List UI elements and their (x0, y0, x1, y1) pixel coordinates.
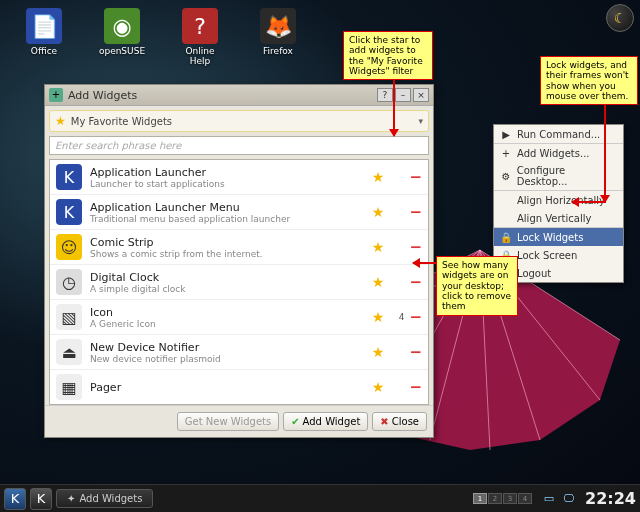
filter-dropdown[interactable]: ★ My Favorite Widgets ▾ (49, 110, 429, 132)
add-widget-button[interactable]: ✔Add Widget (283, 412, 368, 431)
widget-name: Application Launcher Menu (90, 201, 367, 214)
tray-klipper-icon[interactable]: ▭ (542, 492, 556, 506)
widget-icon: ☺ (56, 234, 82, 260)
system-tray: ▭ 🖵 (542, 492, 575, 506)
callout-lock: Lock widgets, and their frames won't sho… (540, 56, 638, 105)
dialog-help-button[interactable]: ? (377, 88, 393, 102)
dialog-icon: + (49, 88, 63, 102)
favorite-star[interactable]: ★ (372, 169, 385, 185)
desktop-clock-widget[interactable]: ☾ (606, 4, 634, 32)
pager[interactable]: 1 2 3 4 (473, 493, 532, 504)
widget-item[interactable]: ▧ Icon A Generic Icon ★ 4 − (50, 300, 428, 335)
remove-button[interactable]: − (409, 238, 422, 256)
menu-item-icon: 🔒 (500, 231, 512, 243)
widget-name: New Device Notifier (90, 341, 367, 354)
widget-item[interactable]: ⏏ New Device Notifier New device notifie… (50, 335, 428, 370)
widget-item[interactable]: ▦ Pager ★ − (50, 370, 428, 404)
chevron-down-icon: ▾ (418, 116, 423, 126)
menu-item-icon (500, 194, 512, 206)
dialog-titlebar[interactable]: + Add Widgets ? – × (45, 85, 433, 106)
widget-desc: Traditional menu based application launc… (90, 214, 367, 224)
context-menu-item[interactable]: 🔒Lock Widgets (494, 227, 623, 246)
taskbar-clock[interactable]: 22:24 (585, 489, 636, 508)
desktop-icon-onlinehelp[interactable]: ?Online Help (176, 8, 224, 66)
desktop-icons: 📄Office ◉openSUSE ?Online Help 🦊Firefox (20, 8, 302, 66)
favorite-star[interactable]: ★ (372, 204, 385, 220)
widget-desc: Launcher to start applications (90, 179, 367, 189)
dialog-close-button[interactable]: × (413, 88, 429, 102)
widget-desc: A simple digital clock (90, 284, 367, 294)
menu-item-icon: ⚙ (500, 170, 512, 182)
widget-desc: A Generic Icon (90, 319, 367, 329)
widget-name: Digital Clock (90, 271, 367, 284)
remove-button[interactable]: − (409, 343, 422, 361)
widget-item[interactable]: K Application Launcher Menu Traditional … (50, 195, 428, 230)
favorite-star[interactable]: ★ (372, 344, 385, 360)
taskbar: K K ✦Add Widgets 1 2 3 4 ▭ 🖵 22:24 (0, 484, 640, 512)
arrow-icon (572, 201, 606, 203)
widget-icon: ⏏ (56, 339, 82, 365)
pager-4[interactable]: 4 (518, 493, 532, 504)
pager-2[interactable]: 2 (488, 493, 502, 504)
widget-item[interactable]: ◷ Digital Clock A simple digital clock ★… (50, 265, 428, 300)
favorite-star[interactable]: ★ (372, 239, 385, 255)
remove-button[interactable]: − (409, 273, 422, 291)
remove-button[interactable]: − (409, 168, 422, 186)
menu-item-icon: + (500, 147, 512, 159)
pager-3[interactable]: 3 (503, 493, 517, 504)
desktop-icon-office[interactable]: 📄Office (20, 8, 68, 66)
callout-count: See how many widgets are on your desktop… (436, 256, 518, 316)
dialog-title: Add Widgets (68, 89, 375, 102)
dialog-buttons: Get New Widgets ✔Add Widget ✖Close (45, 405, 433, 437)
context-menu-item[interactable]: Align Vertically (494, 209, 623, 227)
add-widgets-dialog: + Add Widgets ? – × ★ My Favorite Widget… (44, 84, 434, 438)
desktop-icon-opensuse[interactable]: ◉openSUSE (98, 8, 146, 66)
remove-button[interactable]: − (409, 203, 422, 221)
remove-button[interactable]: − (409, 378, 422, 396)
dialog-minimize-button[interactable]: – (395, 88, 411, 102)
tray-display-icon[interactable]: 🖵 (561, 492, 575, 506)
widget-icon: ▦ (56, 374, 82, 400)
widget-icon: K (56, 164, 82, 190)
widget-icon: K (56, 199, 82, 225)
search-input[interactable]: Enter search phrase here (49, 136, 429, 155)
favorite-star[interactable]: ★ (372, 309, 385, 325)
kmenu-alt-button[interactable]: K (30, 488, 52, 510)
widget-item[interactable]: K Application Launcher Launcher to start… (50, 160, 428, 195)
widget-name: Pager (90, 381, 367, 394)
menu-item-icon: ▶ (500, 128, 512, 140)
taskbar-task[interactable]: ✦Add Widgets (56, 489, 153, 508)
kmenu-button[interactable]: K (4, 488, 26, 510)
arrow-icon (413, 262, 436, 264)
pager-1[interactable]: 1 (473, 493, 487, 504)
widget-name: Application Launcher (90, 166, 367, 179)
widget-name: Icon (90, 306, 367, 319)
get-new-widgets-button[interactable]: Get New Widgets (177, 412, 279, 431)
callout-star: Click the star to add widgets to the "My… (343, 31, 433, 80)
menu-item-icon (500, 212, 512, 224)
widget-count: 4 (394, 312, 404, 322)
remove-button[interactable]: − (409, 308, 422, 326)
close-button[interactable]: ✖Close (372, 412, 427, 431)
star-icon: ★ (55, 114, 66, 128)
favorite-star[interactable]: ★ (372, 274, 385, 290)
widget-icon: ◷ (56, 269, 82, 295)
widget-item[interactable]: ☺ Comic Strip Shows a comic strip from t… (50, 230, 428, 265)
widget-desc: New device notifier plasmoid (90, 354, 367, 364)
widget-list: K Application Launcher Launcher to start… (49, 159, 429, 405)
favorite-star[interactable]: ★ (372, 379, 385, 395)
desktop-icon-firefox[interactable]: 🦊Firefox (254, 8, 302, 66)
widget-icon: ▧ (56, 304, 82, 330)
widget-desc: Shows a comic strip from the internet. (90, 249, 367, 259)
widget-name: Comic Strip (90, 236, 367, 249)
arrow-icon (604, 95, 606, 202)
